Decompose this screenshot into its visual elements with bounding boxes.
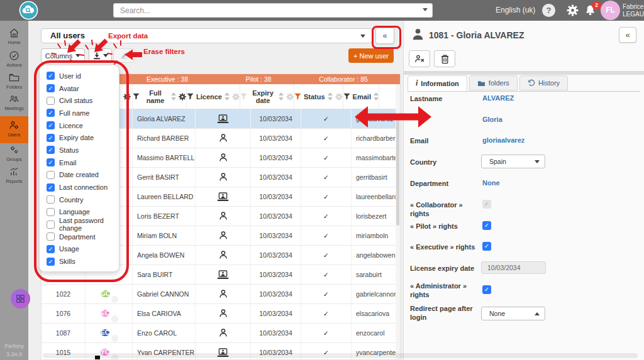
checkbox[interactable] bbox=[47, 84, 55, 92]
sort-arrows[interactable] bbox=[279, 92, 284, 101]
column-toggle-item[interactable]: Usage bbox=[40, 243, 119, 256]
cell-expiry-date: 10/03/2034 bbox=[251, 129, 301, 148]
column-toggle-item[interactable]: Skills bbox=[40, 255, 119, 268]
sort-arrows[interactable] bbox=[225, 92, 230, 101]
delete-user-button[interactable] bbox=[434, 50, 455, 67]
collapse-list-panel-button[interactable]: « bbox=[375, 28, 394, 44]
checkbox[interactable] bbox=[47, 134, 55, 142]
filter-funnel-icon[interactable] bbox=[294, 93, 301, 100]
checkbox[interactable] bbox=[47, 258, 55, 266]
country-select[interactable]: Spain bbox=[481, 155, 545, 168]
checkbox[interactable] bbox=[47, 97, 55, 105]
sort-arrows[interactable] bbox=[171, 92, 176, 101]
new-user-button[interactable]: + New user bbox=[348, 48, 394, 63]
administrator-rights-checkbox[interactable] bbox=[482, 285, 491, 294]
table-column-header[interactable]: Email bbox=[343, 84, 379, 109]
checkbox[interactable] bbox=[47, 245, 55, 253]
checkbox[interactable] bbox=[47, 232, 55, 241]
table-column-header[interactable]: Full name bbox=[133, 84, 187, 109]
column-toggle-item[interactable]: Date created bbox=[40, 169, 119, 182]
filter-funnel-icon[interactable] bbox=[240, 93, 247, 100]
filter-funnel-icon[interactable] bbox=[343, 93, 350, 100]
email-value[interactable]: gloriaalvarez bbox=[482, 136, 525, 144]
deactivate-user-button[interactable] bbox=[409, 50, 430, 67]
user-avatar[interactable]: FL bbox=[601, 1, 620, 20]
columns-button[interactable]: Columns bbox=[41, 48, 85, 63]
tab-information[interactable]: i Information bbox=[408, 75, 467, 91]
chevron-down-icon bbox=[360, 35, 365, 38]
column-settings-gear-icon[interactable] bbox=[335, 93, 343, 101]
checkbox[interactable] bbox=[47, 183, 55, 192]
checkbox[interactable] bbox=[47, 208, 55, 216]
assistant-bubble[interactable] bbox=[11, 289, 30, 308]
checkbox[interactable] bbox=[47, 146, 55, 154]
checkbox[interactable] bbox=[47, 121, 55, 129]
checkbox[interactable] bbox=[47, 158, 55, 166]
filter-funnel-icon[interactable] bbox=[133, 93, 140, 100]
erase-filters-button[interactable] bbox=[113, 48, 135, 63]
collapse-detail-panel-button[interactable]: « bbox=[619, 27, 636, 43]
column-toggle-item[interactable]: User id bbox=[40, 70, 119, 82]
column-toggle-item[interactable]: Last connection bbox=[40, 181, 119, 194]
sort-arrows[interactable] bbox=[374, 92, 379, 101]
redirect-page-label: Redirect page after login bbox=[410, 304, 480, 322]
column-toggle-item[interactable]: Status bbox=[40, 144, 119, 156]
table-row[interactable]: 1076 EC Elsa CARIOVA bbox=[42, 304, 400, 324]
column-toggle-item[interactable]: Department bbox=[40, 231, 119, 243]
help-icon[interactable]: ? bbox=[542, 4, 555, 17]
department-value[interactable]: None bbox=[482, 179, 500, 187]
checkbox[interactable] bbox=[47, 72, 55, 80]
horizontal-scrollbar[interactable] bbox=[43, 353, 638, 358]
filter-funnel-icon[interactable] bbox=[187, 93, 194, 100]
sidebar-item-groups[interactable]: Groups bbox=[0, 144, 28, 162]
scrollbar-thumb[interactable] bbox=[396, 119, 399, 226]
language-selector[interactable]: English (uk) bbox=[496, 6, 535, 14]
table-column-header[interactable]: Status bbox=[294, 84, 343, 109]
column-settings-gear-icon[interactable] bbox=[232, 93, 240, 101]
column-settings-gear-icon[interactable] bbox=[179, 93, 186, 101]
sidebar-item-folders[interactable]: Folders bbox=[0, 72, 28, 90]
column-toggle-item[interactable]: Last password change bbox=[40, 218, 119, 231]
column-toggle-item[interactable]: Country bbox=[40, 194, 119, 206]
search-scope-caret-icon[interactable] bbox=[423, 8, 428, 11]
sort-arrows[interactable] bbox=[328, 92, 333, 101]
firstname-value[interactable]: Gloria bbox=[482, 116, 502, 123]
license-expiry-input[interactable]: 10/03/2034 bbox=[481, 261, 546, 274]
sidebar-item-home[interactable]: Home bbox=[0, 27, 28, 45]
sidebar-item-meetings[interactable]: Meetings bbox=[0, 93, 28, 111]
column-toggle-item[interactable]: Avatar bbox=[40, 82, 119, 95]
view-selector-dropdown[interactable]: All users bbox=[41, 28, 372, 43]
column-settings-gear-icon[interactable] bbox=[123, 93, 131, 101]
tab-history[interactable]: History bbox=[519, 75, 568, 90]
pilot-rights-checkbox[interactable] bbox=[482, 221, 491, 230]
presence-badge bbox=[111, 295, 119, 303]
checkbox[interactable] bbox=[47, 109, 55, 117]
search-input[interactable] bbox=[113, 3, 433, 18]
sidebar-item-actions[interactable]: Actions bbox=[0, 50, 28, 68]
executive-rights-checkbox[interactable] bbox=[482, 242, 491, 251]
user-name[interactable]: Fabrice LEGAU bbox=[623, 3, 644, 18]
sidebar-item-reports[interactable]: Reports bbox=[0, 166, 28, 184]
column-toggle-item[interactable]: Licence bbox=[40, 119, 119, 132]
tab-folders[interactable]: folders bbox=[469, 75, 518, 90]
checkbox[interactable] bbox=[47, 221, 55, 229]
table-row[interactable]: 1022 GC Gabriel CANNON bbox=[42, 285, 400, 304]
redirect-page-select[interactable]: None bbox=[481, 307, 545, 320]
checkbox[interactable] bbox=[47, 171, 55, 179]
export-button[interactable] bbox=[89, 48, 112, 63]
column-toggle-item[interactable]: Full name bbox=[40, 107, 119, 119]
column-toggle-item[interactable]: Expiry date bbox=[40, 131, 119, 144]
sidebar-item-users[interactable]: Users bbox=[0, 116, 28, 143]
checkbox[interactable] bbox=[47, 195, 55, 204]
column-toggle-item[interactable]: Civil status bbox=[40, 94, 119, 107]
vertical-scrollbar[interactable] bbox=[396, 84, 400, 359]
column-settings-gear-icon[interactable] bbox=[286, 93, 294, 101]
lastname-label: Lastname bbox=[410, 94, 480, 103]
table-column-header[interactable]: Expiry date bbox=[240, 84, 294, 109]
perfony-logo[interactable] bbox=[19, 1, 38, 20]
table-row[interactable]: 1087 EC Enzo CAROL bbox=[42, 324, 400, 343]
column-toggle-item[interactable]: Email bbox=[40, 156, 119, 169]
table-column-header[interactable]: Licence bbox=[187, 84, 240, 109]
lastname-value[interactable]: ALVAREZ bbox=[482, 94, 514, 102]
settings-gear-icon[interactable] bbox=[567, 4, 579, 16]
